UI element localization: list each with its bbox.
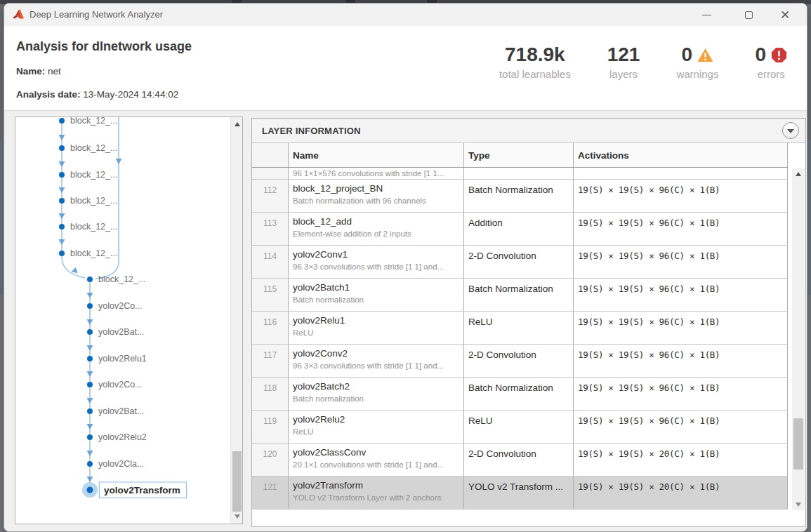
layer-type: Batch Normalization (464, 378, 574, 410)
scroll-down-icon[interactable] (231, 511, 243, 522)
column-header-number[interactable] (252, 143, 289, 167)
graph-vertical-scrollbar[interactable] (230, 117, 242, 524)
graph-node-label[interactable]: yolov2Bat... (98, 327, 144, 337)
v-scrollbar-thumb[interactable] (793, 418, 803, 470)
stat-layers: 121 layers (589, 44, 659, 80)
layer-name: yolov2Batch1 (293, 282, 463, 294)
row-number: 115 (252, 279, 289, 311)
graph-node-label[interactable]: yolov2Co... (98, 301, 143, 311)
table-row[interactable]: 112 block_12_project_BN Batch normalizat… (252, 180, 788, 213)
network-graph-panel[interactable]: block_12_...block_12_...block_12_...bloc… (15, 117, 243, 524)
error-octagon-icon (771, 47, 787, 63)
graph-node-dot[interactable] (87, 329, 93, 335)
row-number: 118 (252, 378, 289, 410)
maximize-button[interactable] (732, 4, 765, 26)
scroll-up-icon[interactable] (231, 119, 243, 130)
table-row-partial[interactable]: 96 1×1×576 convolutions with stride [1 1… (252, 168, 788, 180)
graph-node-label[interactable]: block_12_... (70, 222, 117, 232)
graph-node-label[interactable]: block_12_... (98, 274, 145, 284)
collapse-panel-button[interactable] (782, 122, 799, 139)
graph-node-label[interactable]: block_12_... (70, 143, 117, 153)
analysis-header: Analysis for dlnetwork usage Name: net A… (4, 26, 807, 111)
graph-node-label[interactable]: block_12_... (70, 196, 117, 206)
name-value: net (48, 66, 61, 77)
row-number: 119 (252, 411, 289, 443)
graph-node-dot[interactable] (59, 172, 65, 178)
layers-label: layers (607, 68, 640, 80)
scroll-up-icon[interactable] (792, 168, 804, 180)
layer-name: yolov2Relu1 (293, 315, 463, 327)
graph-node-dot[interactable] (87, 461, 93, 467)
close-button[interactable]: ✕ (769, 4, 801, 26)
column-header-activations[interactable]: Activations (574, 143, 788, 167)
table-header-row: Name Type Activations (252, 143, 788, 168)
selected-node-label[interactable]: yolov2Transform (99, 482, 187, 498)
layer-activations: 19(S) × 19(S) × 96(C) × 1(B) (574, 213, 788, 245)
learnables-count: 718.9k (505, 44, 565, 66)
network-graph[interactable]: block_12_...block_12_...block_12_...bloc… (15, 117, 230, 524)
graph-node-dot[interactable] (87, 382, 93, 387)
graph-node-dot[interactable] (87, 487, 93, 493)
graph-node-dot[interactable] (87, 408, 93, 414)
graph-node-label[interactable]: block_12_... (70, 117, 117, 126)
table-row[interactable]: 117 yolov2Conv2 96 3×3 convolutions with… (252, 345, 788, 378)
graph-node-label[interactable]: block_12_... (70, 248, 117, 258)
table-row[interactable]: 119 yolov2Relu2 ReLU ReLU 19(S) × 19(S) … (252, 411, 788, 444)
graph-node-dot[interactable] (87, 303, 93, 309)
table-row[interactable]: 114 yolov2Conv1 96 3×3 convolutions with… (252, 246, 788, 279)
network-name-line: Name: net (16, 66, 61, 77)
layer-name: yolov2Relu2 (293, 414, 463, 426)
graph-scrollbar-thumb[interactable] (232, 451, 242, 512)
layer-activations: 19(S) × 19(S) × 96(C) × 1(B) (574, 246, 788, 278)
layer-description: ReLU (293, 427, 463, 436)
layer-name: yolov2Batch2 (293, 381, 463, 393)
graph-node-dot[interactable] (87, 434, 93, 440)
graph-node-dot[interactable] (87, 277, 93, 282)
minimize-button[interactable] (690, 4, 723, 26)
table-row[interactable]: 121 yolov2Transform YOLO v2 Transform La… (252, 477, 788, 510)
layer-description: 96 3×3 convolutions with stride [1 1] an… (293, 361, 463, 370)
table-row[interactable]: 120 yolov2ClassConv 20 1×1 convolutions … (252, 444, 788, 477)
layer-name: yolov2ClassConv (293, 447, 463, 459)
graph-node-dot[interactable] (59, 224, 65, 230)
layer-activations: 19(S) × 19(S) × 96(C) × 1(B) (574, 378, 788, 410)
graph-node-dot[interactable] (59, 198, 65, 204)
date-value: 13-May-2024 14:44:02 (83, 89, 178, 100)
table-row[interactable]: 115 yolov2Batch1 Batch normalization Bat… (252, 279, 788, 312)
column-header-type[interactable]: Type (464, 143, 574, 167)
graph-node-dot[interactable] (59, 118, 65, 124)
scroll-down-icon[interactable] (792, 499, 804, 510)
layer-description: 20 1×1 convolutions with stride [1 1] an… (293, 460, 463, 469)
main-area: block_12_...block_12_...block_12_...bloc… (4, 112, 807, 531)
layer-name: block_12_add (293, 216, 463, 228)
layer-name: yolov2Transform (293, 480, 463, 492)
layer-activations: 19(S) × 19(S) × 96(C) × 1(B) (574, 312, 788, 344)
graph-node-label[interactable]: yolov2Relu2 (98, 432, 147, 442)
graph-node-dot[interactable] (59, 251, 65, 256)
row-number: 117 (252, 345, 289, 377)
table-row[interactable]: 113 block_12_add Element-wise addition o… (252, 213, 788, 246)
graph-node-label[interactable]: block_12_... (70, 170, 117, 180)
graph-node-label[interactable]: yolov2Cla... (98, 459, 144, 469)
analysis-date-line: Analysis date: 13-May-2024 14:44:02 (16, 89, 178, 100)
layer-name: block_12_project_BN (293, 183, 463, 195)
layer-information-header: LAYER INFORMATION (252, 119, 805, 143)
table-row[interactable]: 116 yolov2Relu1 ReLU ReLU 19(S) × 19(S) … (252, 312, 788, 345)
layer-description: Batch normalization with 96 channels (293, 197, 463, 205)
graph-node-dot[interactable] (87, 356, 93, 361)
warnings-count: 0 (682, 44, 693, 66)
layer-activations: 19(S) × 19(S) × 96(C) × 1(B) (574, 180, 788, 212)
column-header-name[interactable]: Name (289, 143, 464, 167)
title-bar[interactable]: Deep Learning Network Analyzer ✕ (4, 4, 807, 26)
layer-activations: 19(S) × 19(S) × 96(C) × 1(B) (574, 345, 788, 377)
table-row[interactable]: 118 yolov2Batch2 Batch normalization Bat… (252, 378, 788, 411)
graph-node-dot[interactable] (59, 145, 65, 151)
table-vertical-scrollbar[interactable] (792, 168, 805, 510)
layer-type: ReLU (464, 312, 574, 344)
graph-node-label[interactable]: yolov2Co... (98, 380, 143, 390)
graph-node-label[interactable]: yolov2Relu1 (98, 354, 147, 364)
layer-description: Batch normalization (293, 295, 463, 304)
layer-type: YOLO v2 Transform ... (464, 477, 574, 509)
warning-triangle-icon (697, 47, 713, 63)
graph-node-label[interactable]: yolov2Bat... (98, 406, 144, 416)
